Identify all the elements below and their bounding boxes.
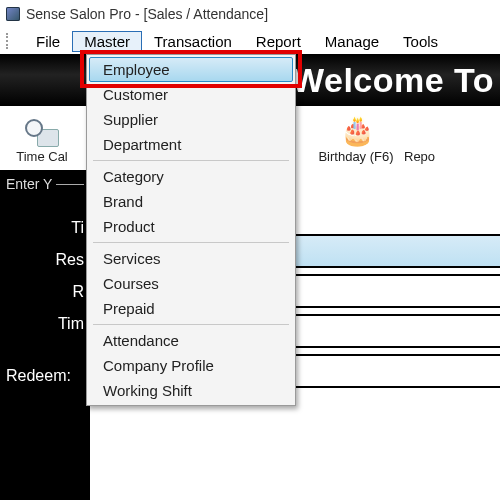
dropdown-item-supplier[interactable]: Supplier bbox=[89, 107, 293, 132]
dropdown-item-attendance[interactable]: Attendance bbox=[89, 328, 293, 353]
field-label: Ti bbox=[6, 219, 84, 237]
window-title: Sense Salon Pro - [Sales / Attendance] bbox=[26, 6, 268, 22]
menu-master[interactable]: Master bbox=[72, 31, 142, 52]
menu-file[interactable]: File bbox=[24, 31, 72, 52]
menu-bar: FileMasterTransactionReportManageTools bbox=[0, 28, 500, 54]
dropdown-separator bbox=[93, 242, 289, 243]
dropdown-item-courses[interactable]: Courses bbox=[89, 271, 293, 296]
tool-label: Repo bbox=[404, 149, 435, 164]
title-bar: Sense Salon Pro - [Sales / Attendance] bbox=[0, 0, 500, 28]
placeholder-icon bbox=[404, 115, 436, 147]
field-label: Redeem: bbox=[6, 367, 84, 385]
menubar-gripper bbox=[6, 33, 18, 49]
dropdown-item-company-profile[interactable]: Company Profile bbox=[89, 353, 293, 378]
dropdown-item-category[interactable]: Category bbox=[89, 164, 293, 189]
field-label: R bbox=[6, 283, 84, 301]
tool-report[interactable]: Repo bbox=[404, 115, 454, 164]
dropdown-item-working-shift[interactable]: Working Shift bbox=[89, 378, 293, 403]
tool-time-card[interactable]: Time Cal bbox=[2, 119, 82, 164]
input-row[interactable] bbox=[294, 354, 500, 388]
clock-card-icon bbox=[25, 119, 59, 147]
menu-tools[interactable]: Tools bbox=[391, 31, 450, 52]
menu-transaction[interactable]: Transaction bbox=[142, 31, 244, 52]
dropdown-item-customer[interactable]: Customer bbox=[89, 82, 293, 107]
tool-label: Time Cal bbox=[16, 149, 68, 164]
app-icon bbox=[6, 7, 20, 21]
menu-report[interactable]: Report bbox=[244, 31, 313, 52]
dropdown-separator bbox=[93, 160, 289, 161]
tool-birthday[interactable]: 🎂 Birthday (F6) bbox=[308, 115, 404, 164]
dropdown-item-department[interactable]: Department bbox=[89, 132, 293, 157]
dropdown-item-prepaid[interactable]: Prepaid bbox=[89, 296, 293, 321]
tool-label: Birthday (F6) bbox=[318, 149, 393, 164]
input-row[interactable] bbox=[294, 234, 500, 268]
cake-icon: 🎂 bbox=[340, 115, 372, 147]
dropdown-item-product[interactable]: Product bbox=[89, 214, 293, 239]
dropdown-separator bbox=[93, 324, 289, 325]
field-label: Tim bbox=[6, 315, 84, 333]
group-legend: Enter Y bbox=[6, 176, 56, 192]
master-dropdown: EmployeeCustomerSupplierDepartmentCatego… bbox=[86, 54, 296, 406]
input-row[interactable] bbox=[294, 274, 500, 308]
dropdown-item-brand[interactable]: Brand bbox=[89, 189, 293, 214]
left-panel: Enter Y Ti Res R Tim Redeem: bbox=[0, 170, 90, 500]
menu-manage[interactable]: Manage bbox=[313, 31, 391, 52]
dropdown-item-services[interactable]: Services bbox=[89, 246, 293, 271]
dropdown-item-employee[interactable]: Employee bbox=[89, 57, 293, 82]
banner-text: Welcome To bbox=[292, 61, 494, 100]
field-label: Res bbox=[6, 251, 84, 269]
input-row[interactable] bbox=[294, 314, 500, 348]
